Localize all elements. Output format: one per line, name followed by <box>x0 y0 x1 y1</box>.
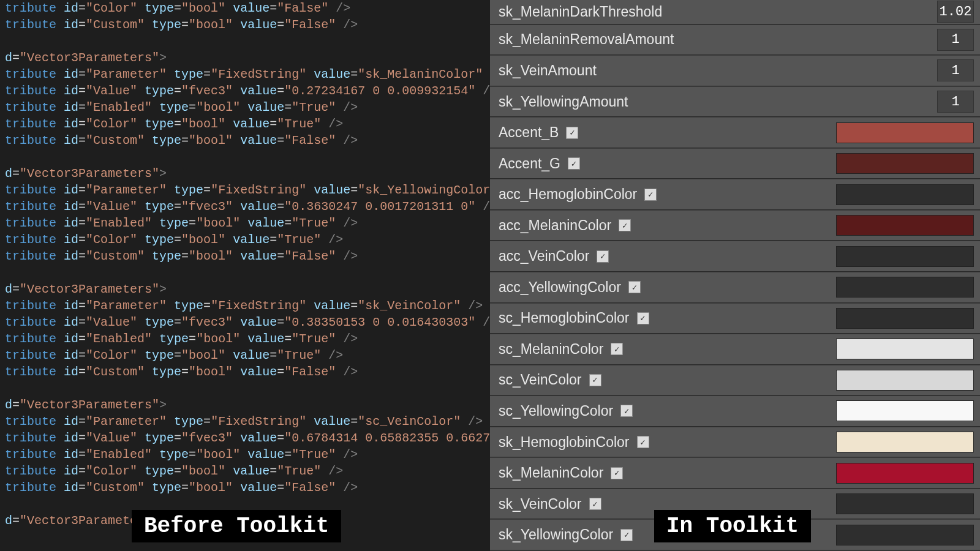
color-swatch[interactable] <box>836 153 974 174</box>
property-row-color: sc_MelaninColor✓ <box>490 334 980 365</box>
code-line[interactable]: d="Vector3Parameters"> <box>5 50 490 66</box>
color-swatch[interactable] <box>836 400 974 421</box>
color-swatch[interactable] <box>836 122 974 143</box>
property-label: sk_HemoglobinColor <box>499 434 630 451</box>
code-line[interactable]: d="Vector3Parameters"> <box>5 397 490 413</box>
property-label: acc_VeinColor <box>499 248 589 264</box>
property-label: Accent_B <box>499 124 559 141</box>
property-row-numeric: sk_MelaninRemovalAmount1 <box>490 25 980 56</box>
property-row-numeric: sk_MelaninDarkThreshold1.02 <box>490 0 980 24</box>
property-enabled-checkbox[interactable]: ✓ <box>589 498 601 510</box>
property-label: acc_MelaninColor <box>499 217 611 234</box>
property-enabled-checkbox[interactable]: ✓ <box>597 250 609 263</box>
property-label: sc_YellowingColor <box>499 403 613 419</box>
color-swatch[interactable] <box>836 339 974 359</box>
code-line[interactable]: tribute id="Parameter" type="FixedString… <box>5 66 490 83</box>
property-label: acc_YellowingColor <box>499 279 621 296</box>
property-enabled-checkbox[interactable]: ✓ <box>620 405 633 417</box>
code-line[interactable]: d="Vector3Parameters"> <box>5 281 490 298</box>
property-row-color: Accent_G✓ <box>490 149 980 179</box>
code-line[interactable]: tribute id="Value" type="fvec3" value="0… <box>5 198 490 215</box>
property-row-numeric: sk_YellowingAmount1 <box>490 87 980 118</box>
property-row-color: acc_MelaninColor✓ <box>490 211 980 241</box>
property-enabled-checkbox[interactable]: ✓ <box>637 436 649 448</box>
property-inspector: sk_MelaninDarkThreshold1.02sk_MelaninRem… <box>490 0 980 551</box>
property-label: sk_MelaninRemovalAmount <box>499 31 674 48</box>
code-line[interactable]: tribute id="Value" type="fvec3" value="0… <box>5 430 490 446</box>
code-line[interactable]: tribute id="Color" type="bool" value="Tr… <box>5 463 490 479</box>
property-enabled-checkbox[interactable]: ✓ <box>611 343 623 355</box>
property-enabled-checkbox[interactable]: ✓ <box>589 374 601 386</box>
code-line[interactable]: tribute id="Custom" type="bool" value="F… <box>5 17 490 33</box>
code-line[interactable]: tribute id="Custom" type="bool" value="F… <box>5 248 490 264</box>
code-line[interactable]: tribute id="Custom" type="bool" value="F… <box>5 364 490 380</box>
property-enabled-checkbox[interactable]: ✓ <box>619 219 631 231</box>
property-label: sk_YellowingColor <box>499 527 613 543</box>
code-line[interactable]: tribute id="Color" type="bool" value="Tr… <box>5 231 490 248</box>
in-toolkit-label: In Toolkit <box>654 510 811 542</box>
color-swatch[interactable] <box>836 370 974 391</box>
before-toolkit-label: Before Toolkit <box>132 510 341 542</box>
xml-code-editor[interactable]: tribute id="Color" type="bool" value="Fa… <box>0 0 490 551</box>
code-line[interactable] <box>5 33 490 50</box>
property-label: sk_VeinAmount <box>499 62 597 79</box>
code-line[interactable] <box>5 380 490 397</box>
color-swatch[interactable] <box>836 463 974 484</box>
property-label: sc_MelaninColor <box>499 341 603 358</box>
code-line[interactable]: tribute id="Value" type="fvec3" value="0… <box>5 83 490 99</box>
color-swatch[interactable] <box>836 184 974 205</box>
code-line[interactable]: tribute id="Enabled" type="bool" value="… <box>5 99 490 116</box>
code-line[interactable] <box>5 264 490 281</box>
property-enabled-checkbox[interactable]: ✓ <box>568 157 580 170</box>
code-line[interactable]: tribute id="Parameter" type="FixedString… <box>5 298 490 314</box>
property-row-color: sc_HemoglobinColor✓ <box>490 304 980 334</box>
property-enabled-checkbox[interactable]: ✓ <box>611 467 623 479</box>
code-line[interactable]: tribute id="Enabled" type="bool" value="… <box>5 446 490 463</box>
property-row-color: sk_MelaninColor✓ <box>490 458 980 489</box>
property-label: sc_VeinColor <box>499 372 582 388</box>
property-row-numeric: sk_VeinAmount1 <box>490 56 980 86</box>
color-swatch[interactable] <box>836 246 974 267</box>
color-swatch[interactable] <box>836 493 974 514</box>
property-label: acc_HemoglobinColor <box>499 186 637 203</box>
property-row-color: sk_HemoglobinColor✓ <box>490 427 980 458</box>
code-line[interactable]: tribute id="Value" type="fvec3" value="0… <box>5 314 490 331</box>
property-row-color: sc_YellowingColor✓ <box>490 396 980 427</box>
property-value-input[interactable]: 1 <box>937 91 974 113</box>
property-row-color: Accent_B✓ <box>490 118 980 148</box>
property-label: Accent_G <box>499 156 560 172</box>
property-label: sk_MelaninColor <box>499 465 603 481</box>
property-enabled-checkbox[interactable]: ✓ <box>628 281 641 293</box>
property-value-input[interactable]: 1 <box>937 59 974 81</box>
code-line[interactable] <box>5 149 490 165</box>
code-line[interactable]: tribute id="Enabled" type="bool" value="… <box>5 331 490 347</box>
property-enabled-checkbox[interactable]: ✓ <box>566 127 578 139</box>
property-value-input[interactable]: 1.02 <box>937 1 974 23</box>
property-label: sk_VeinColor <box>499 496 582 512</box>
color-swatch[interactable] <box>836 308 974 329</box>
code-line[interactable]: tribute id="Parameter" type="FixedString… <box>5 182 490 198</box>
property-enabled-checkbox[interactable]: ✓ <box>637 312 649 324</box>
property-label: sc_HemoglobinColor <box>499 310 630 326</box>
color-swatch[interactable] <box>836 525 974 545</box>
property-enabled-checkbox[interactable]: ✓ <box>620 529 633 541</box>
color-swatch[interactable] <box>836 215 974 236</box>
code-line[interactable]: tribute id="Parameter" type="FixedString… <box>5 413 490 430</box>
property-label: sk_YellowingAmount <box>499 94 628 110</box>
property-enabled-checkbox[interactable]: ✓ <box>644 189 657 201</box>
color-swatch[interactable] <box>836 277 974 298</box>
property-row-color: acc_VeinColor✓ <box>490 241 980 272</box>
color-swatch[interactable] <box>836 432 974 452</box>
property-row-color: acc_HemoglobinColor✓ <box>490 179 980 210</box>
property-label: sk_MelaninDarkThreshold <box>499 4 662 20</box>
code-line[interactable]: tribute id="Color" type="bool" value="Fa… <box>5 0 490 17</box>
code-line[interactable]: tribute id="Color" type="bool" value="Tr… <box>5 116 490 132</box>
code-line[interactable]: tribute id="Color" type="bool" value="Tr… <box>5 347 490 364</box>
code-line[interactable]: tribute id="Custom" type="bool" value="F… <box>5 132 490 149</box>
property-value-input[interactable]: 1 <box>937 29 974 51</box>
code-line[interactable]: d="Vector3Parameters"> <box>5 165 490 182</box>
code-line[interactable]: tribute id="Custom" type="bool" value="F… <box>5 479 490 496</box>
code-line[interactable]: tribute id="Enabled" type="bool" value="… <box>5 215 490 231</box>
property-row-color: sc_VeinColor✓ <box>490 365 980 396</box>
property-row-color: acc_YellowingColor✓ <box>490 272 980 303</box>
